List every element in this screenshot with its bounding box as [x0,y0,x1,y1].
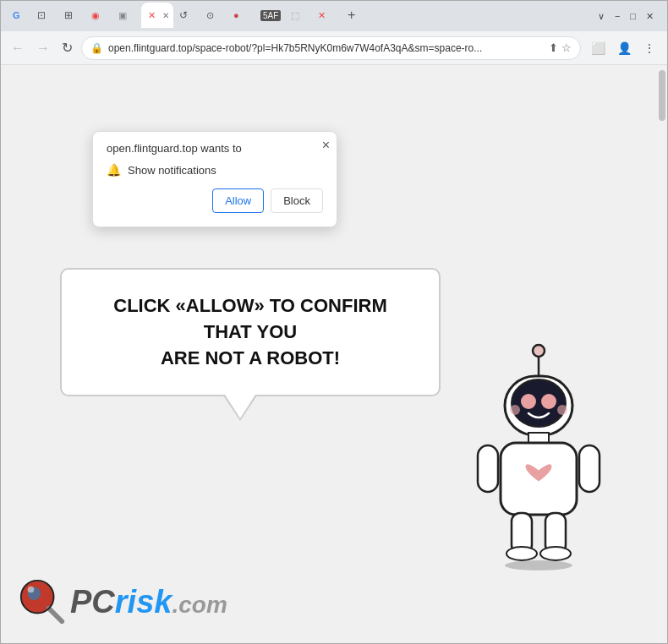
main-text-line1: CLICK «ALLOW» TO CONFIRM THAT YOU [113,295,386,342]
bell-icon: 🔔 [107,163,121,177]
tab-10[interactable]: 5AF [256,4,285,26]
url-text: open.flintguard.top/space-robot/?pl=Hk7b… [108,42,544,54]
tab-view-button[interactable]: ⬜ [586,38,611,58]
tab-11-favicon: ⬚ [291,10,299,21]
tab-8[interactable]: ⊙ [202,4,227,26]
tab-active-close[interactable]: ✕ [162,11,169,20]
scrollbar-thumb[interactable] [659,70,665,121]
tab-12-favicon: ✕ [318,10,326,21]
tab-4-favicon: ◉ [91,10,100,21]
main-message: CLICK «ALLOW» TO CONFIRM THAT YOU ARE NO… [87,293,413,371]
lock-icon: 🔒 [90,42,103,54]
svg-point-0 [533,345,545,357]
svg-point-7 [557,405,567,415]
tab-9[interactable]: ● [229,4,255,26]
reload-button[interactable]: ↻ [58,36,76,59]
pcrisk-logo: PCrisk.com [18,577,227,626]
new-tab-button[interactable]: + [341,8,362,23]
block-button[interactable]: Block [271,188,323,213]
url-bar[interactable]: 🔒 open.flintguard.top/space-robot/?pl=Hk… [81,36,581,60]
tab-7[interactable]: ↺ [175,4,200,26]
back-button[interactable]: ← [8,37,28,59]
tab-11[interactable]: ⬚ [287,4,312,26]
tab-1-favicon: G [13,10,20,20]
address-bar: ← → ↻ 🔒 open.flintguard.top/space-robot/… [1,31,667,65]
menu-button[interactable]: ⋮ [638,38,660,58]
forward-button[interactable]: → [33,37,53,59]
svg-point-16 [505,560,572,570]
svg-point-5 [541,394,556,409]
svg-point-4 [521,394,536,409]
speech-bubble: CLICK «ALLOW» TO CONFIRM THAT YOU ARE NO… [60,268,441,396]
title-bar: G ⊡ ⊞ ◉ ▣ ✕ ✕ [1,1,667,31]
dialog-buttons: Allow Block [107,188,323,213]
browser-actions: ⬜ 👤 ⋮ [586,38,660,58]
scrollbar[interactable] [657,65,667,643]
tab-10-favicon: 5AF [260,10,281,21]
page-content: CLICK «ALLOW» TO CONFIRM THAT YOU ARE NO… [1,65,667,643]
browser-window: G ⊡ ⊞ ◉ ▣ ✕ ✕ [0,0,668,644]
maximize-button[interactable] [630,11,636,21]
tab-5-favicon: ▣ [118,10,127,21]
pcrisk-text: PCrisk.com [70,586,227,618]
tab-5[interactable]: ▣ [114,4,140,26]
chevron-down-icon[interactable]: ∨ [598,11,605,22]
dialog-title: open.flintguard.top wants to [107,142,323,155]
dialog-permission: 🔔 Show notifications [107,163,323,177]
star-icon[interactable]: ☆ [561,41,572,54]
tab-8-favicon: ⊙ [206,10,214,21]
svg-rect-8 [528,433,549,443]
profile-button[interactable]: 👤 [612,38,637,58]
share-icon[interactable]: ⬆ [549,41,558,54]
svg-point-3 [512,379,566,427]
speech-bubble-container: CLICK «ALLOW» TO CONFIRM THAT YOU ARE NO… [60,268,441,396]
minimize-button[interactable] [615,11,620,21]
svg-point-14 [506,547,537,560]
close-button[interactable] [646,11,654,22]
permission-dialog: × open.flintguard.top wants to 🔔 Show no… [92,131,337,227]
page-inner: CLICK «ALLOW» TO CONFIRM THAT YOU ARE NO… [1,65,657,643]
tab-7-favicon: ↺ [179,9,188,21]
svg-line-20 [49,609,62,621]
tab-active-favicon: ✕ [148,10,156,21]
svg-point-6 [510,405,520,415]
tab-3-favicon: ⊞ [64,9,73,21]
tab-12[interactable]: ✕ [314,4,339,26]
permission-label: Show notifications [128,164,216,177]
pcrisk-icon [18,577,67,626]
tab-active[interactable]: ✕ ✕ [141,3,173,28]
tab-2-favicon: ⊡ [37,9,46,21]
svg-point-15 [540,547,571,560]
tab-9-favicon: ● [233,10,239,20]
robot-image [454,336,623,572]
tab-4[interactable]: ◉ [87,4,112,26]
tab-bar: G ⊡ ⊞ ◉ ▣ ✕ ✕ [8,3,588,30]
svg-rect-11 [579,445,600,492]
allow-button[interactable]: Allow [212,188,264,213]
tab-3[interactable]: ⊞ [60,4,85,26]
svg-point-19 [28,587,35,593]
window-controls: ∨ [591,11,660,22]
tab-1[interactable]: G [8,4,31,26]
tab-2[interactable]: ⊡ [33,4,58,26]
robot-container [454,336,623,576]
svg-rect-10 [478,445,498,492]
url-actions: ⬆ ☆ [549,41,572,54]
dialog-close-button[interactable]: × [322,139,330,152]
main-text-line2: ARE NOT A ROBOT! [161,347,340,368]
